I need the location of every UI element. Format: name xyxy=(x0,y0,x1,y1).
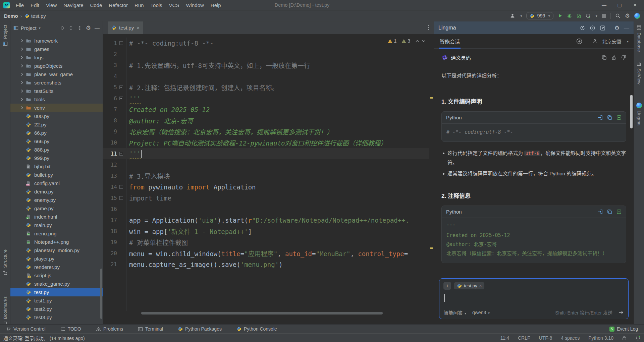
menu-run[interactable]: Run xyxy=(131,2,147,8)
panel-settings-gear-icon[interactable]: ⚙ xyxy=(86,24,91,32)
inspection-widget[interactable]: 1 3 xyxy=(388,38,426,44)
coverage-button[interactable] xyxy=(576,13,581,18)
expand-all-icon[interactable] xyxy=(68,25,73,31)
tree-item-bullet-py[interactable]: bullet.py xyxy=(10,171,103,179)
tree-item-notepad-png[interactable]: Notepad++.png xyxy=(10,238,103,246)
tree-item-venv[interactable]: venv xyxy=(10,104,103,112)
fold-marker-icon[interactable] xyxy=(117,185,125,189)
tree-item-000-py[interactable]: 000.py xyxy=(10,112,103,120)
menu-file[interactable]: File xyxy=(12,2,27,8)
tree-item-games[interactable]: games xyxy=(10,45,103,53)
line-number[interactable]: 5 xyxy=(103,84,117,91)
stop-button[interactable] xyxy=(602,14,606,18)
toolwindow-version-control[interactable]: Version Control xyxy=(6,326,46,332)
chevron-right-icon[interactable] xyxy=(20,106,26,110)
line-number[interactable]: 3 xyxy=(103,62,117,68)
run-configuration-select[interactable]: 999 ▾ xyxy=(526,12,553,19)
stripe-button-lingma[interactable]: Lingma xyxy=(634,103,644,125)
user-icon[interactable] xyxy=(510,13,515,18)
tree-item-testsuits[interactable]: testSuits xyxy=(10,87,103,95)
chevron-right-icon[interactable] xyxy=(20,64,26,68)
insert-code-icon[interactable] xyxy=(598,115,603,120)
hide-panel-icon[interactable]: — xyxy=(95,25,100,31)
chat-scrollbar[interactable] xyxy=(630,95,633,128)
status-4-spaces[interactable]: 4 spaces xyxy=(561,335,580,341)
tree-item-config-yaml[interactable]: YMLconfig.yaml xyxy=(10,179,103,187)
run-button[interactable] xyxy=(558,13,562,18)
chevron-right-icon[interactable] xyxy=(20,47,26,51)
tree-item-script-js[interactable]: JSscript.js xyxy=(10,271,103,280)
tree-item-planetary-motion-py[interactable]: planetary_motion.py xyxy=(10,246,103,254)
tree-item-test-py[interactable]: test.py xyxy=(10,288,103,296)
tree-item-snake-game-py[interactable]: snake_game.py xyxy=(10,280,103,288)
menu-window[interactable]: Window xyxy=(182,2,207,8)
chevron-down-icon[interactable]: ▾ xyxy=(39,26,41,30)
breadcrumb-project[interactable]: Demo xyxy=(4,13,18,19)
status-11-4[interactable]: 11:4 xyxy=(500,335,509,341)
line-number[interactable]: 2 xyxy=(103,51,117,57)
tab-smart-session[interactable]: 智能会话 xyxy=(439,34,461,49)
tree-item-logs[interactable]: logs xyxy=(10,53,103,62)
lingma-toolbar-icon[interactable] xyxy=(634,13,640,19)
tree-item-66-py[interactable]: 66.py xyxy=(10,129,103,137)
next-problem-icon[interactable] xyxy=(422,40,426,43)
toolwindow-terminal[interactable]: Terminal xyxy=(138,326,163,332)
new-chat-icon[interactable] xyxy=(600,25,605,31)
model-select[interactable]: qwen3 ▾ xyxy=(472,310,490,315)
stripe-button-structure[interactable]: Structure xyxy=(0,249,10,275)
tree-item-index-html[interactable]: Hindex.html xyxy=(10,213,103,221)
profiler-button[interactable] xyxy=(586,13,591,18)
tree-item-enemy-py[interactable]: enemy.py xyxy=(10,196,103,204)
project-scrollbar[interactable] xyxy=(100,269,102,319)
tab-test-py[interactable]: test.py × xyxy=(108,21,143,34)
fold-marker-icon[interactable] xyxy=(117,196,125,200)
copy-icon[interactable] xyxy=(602,55,607,60)
line-number[interactable]: 13 xyxy=(103,173,117,179)
copy-icon[interactable] xyxy=(607,115,612,120)
new-session-icon[interactable] xyxy=(576,38,582,44)
line-number[interactable]: 20 xyxy=(103,250,117,256)
stripe-button-database[interactable]: Database xyxy=(634,25,644,52)
maximize-button[interactable]: ▢ xyxy=(612,0,627,10)
fold-marker-icon[interactable] xyxy=(117,97,125,100)
toolwindow-event-log[interactable]: 5Event Log xyxy=(609,326,638,332)
minimize-button[interactable]: — xyxy=(596,0,612,10)
menu-view[interactable]: View xyxy=(43,2,60,8)
menu-tools[interactable]: Tools xyxy=(147,2,166,8)
chevron-right-icon[interactable] xyxy=(20,39,26,43)
project-panel-title[interactable]: Project xyxy=(21,25,37,31)
status-crlf[interactable]: CRLF xyxy=(518,335,530,341)
chevron-right-icon[interactable] xyxy=(20,81,26,84)
account-icon[interactable] xyxy=(592,39,597,44)
line-number[interactable]: 10 xyxy=(103,139,117,146)
line-number[interactable]: 8 xyxy=(103,117,117,124)
tree-item-test2-py[interactable]: test2.py xyxy=(10,305,103,313)
tree-item-game-py[interactable]: game.py xyxy=(10,204,103,213)
tree-item-demo-py[interactable]: demo.py xyxy=(10,187,103,196)
tree-item-pageobjects[interactable]: pageObjects xyxy=(10,62,103,70)
tree-item-22-py[interactable]: 22.py xyxy=(10,120,103,129)
tree-item-888-py[interactable]: 888.py xyxy=(10,146,103,154)
breadcrumb-file[interactable]: test.py xyxy=(31,13,46,19)
tree-item-tools[interactable]: tools xyxy=(10,95,103,104)
line-number[interactable]: 18 xyxy=(103,228,117,234)
line-number[interactable]: 14 xyxy=(103,184,117,190)
locate-file-icon[interactable] xyxy=(60,25,65,31)
new-file-icon[interactable] xyxy=(616,209,622,214)
menu-help[interactable]: Help xyxy=(207,2,224,8)
stripe-button-bookmarks[interactable]: Bookmarks xyxy=(0,296,10,327)
fold-marker-icon[interactable] xyxy=(117,152,125,156)
tab-options-icon[interactable] xyxy=(428,27,429,28)
add-context-button[interactable]: + xyxy=(443,282,451,290)
tree-item-menu-png[interactable]: menu.png xyxy=(10,229,103,238)
scrollbar-warning-mark[interactable] xyxy=(430,97,433,99)
status-utf-8[interactable]: UTF-8 xyxy=(539,335,552,341)
tree-item-framework[interactable]: framework xyxy=(10,37,103,45)
line-number[interactable]: 9 xyxy=(103,128,117,135)
lock-icon[interactable] xyxy=(622,336,627,340)
help-icon[interactable]: ? xyxy=(590,25,595,31)
line-number[interactable]: 4 xyxy=(103,73,117,79)
line-number[interactable]: 21 xyxy=(103,261,117,268)
horizontal-scrollbar[interactable] xyxy=(141,312,383,315)
line-number[interactable]: 6 xyxy=(103,95,117,102)
